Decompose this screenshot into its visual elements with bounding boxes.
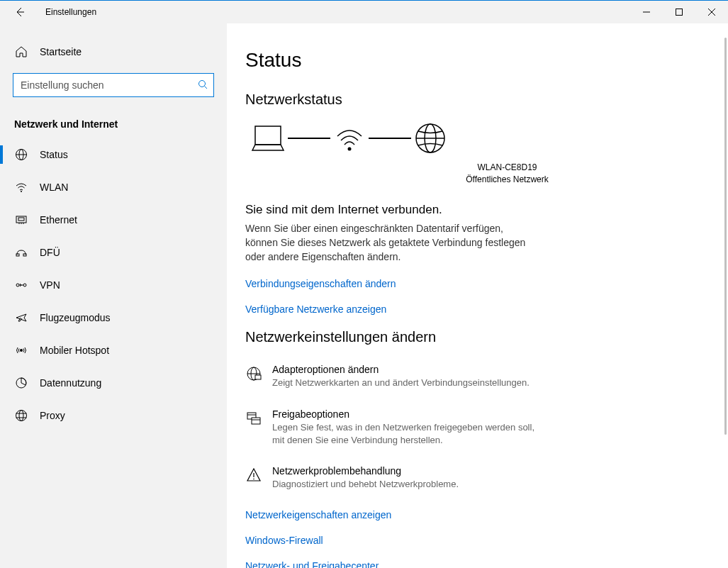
svg-point-5 xyxy=(199,80,206,87)
wifi-diagram-icon xyxy=(333,123,366,153)
vpn-icon xyxy=(14,278,28,292)
search-box[interactable] xyxy=(13,73,214,97)
minimize-button[interactable] xyxy=(630,1,663,23)
svg-point-23 xyxy=(16,411,27,421)
datausage-icon xyxy=(14,376,28,390)
svg-point-21 xyxy=(20,349,23,352)
svg-line-6 xyxy=(205,86,208,89)
svg-rect-35 xyxy=(255,375,261,379)
nav-item-ethernet[interactable]: Ethernet xyxy=(0,204,227,236)
svg-point-24 xyxy=(19,411,23,421)
nav-item-airplane[interactable]: Flugzeugmodus xyxy=(0,301,227,334)
network-name: WLAN-CE8D19 xyxy=(315,162,700,174)
ethernet-icon xyxy=(14,213,28,227)
troubleshoot-icon xyxy=(245,467,262,484)
nav-item-hotspot[interactable]: Mobiler Hotspot xyxy=(0,334,227,367)
page-title: Status xyxy=(245,49,700,72)
svg-rect-27 xyxy=(255,126,281,145)
option-desc: Diagnostiziert und behebt Netzwerkproble… xyxy=(272,478,459,491)
option-troubleshoot[interactable]: Netzwerkproblembehandlung Diagnostiziert… xyxy=(245,465,700,491)
nav-item-datausage[interactable]: Datennutzung xyxy=(0,367,227,399)
svg-point-41 xyxy=(253,479,254,480)
svg-point-18 xyxy=(16,284,19,286)
globe-diagram-icon xyxy=(414,122,447,155)
maximize-button[interactable] xyxy=(663,1,695,23)
nav-label: Proxy xyxy=(40,410,65,421)
nav-item-status[interactable]: Status xyxy=(0,138,227,171)
diagram-line xyxy=(288,138,330,139)
computer-icon xyxy=(251,123,285,153)
wifi-icon xyxy=(14,180,28,194)
nav-label: Mobiler Hotspot xyxy=(40,345,109,356)
nav-item-proxy[interactable]: Proxy xyxy=(0,399,227,432)
status-icon xyxy=(14,147,28,162)
sidebar-section-title: Netzwerk und Internet xyxy=(14,118,227,130)
back-button[interactable] xyxy=(11,4,28,21)
option-title: Freigabeoptionen xyxy=(272,408,549,420)
link-sharing-center[interactable]: Netzwerk- und Freigabecenter xyxy=(245,560,700,568)
nav-item-dfu[interactable]: DFÜ xyxy=(0,236,227,269)
connected-body: Wenn Sie über einen eingeschränkten Date… xyxy=(245,221,529,264)
hotspot-icon xyxy=(14,343,28,357)
svg-point-10 xyxy=(21,191,22,192)
option-desc: Zeigt Netzwerkkarten an und ändert Verbi… xyxy=(272,377,530,389)
diagram-line xyxy=(369,138,411,139)
svg-rect-12 xyxy=(18,218,24,221)
link-windows-firewall[interactable]: Windows-Firewall xyxy=(245,535,700,546)
close-button[interactable] xyxy=(695,1,728,23)
svg-point-28 xyxy=(348,147,352,151)
connected-heading: Sie sind mit dem Internet verbunden. xyxy=(245,203,700,217)
change-settings-heading: Netzwerkeinstellungen ändern xyxy=(245,329,700,345)
svg-rect-11 xyxy=(16,216,26,223)
airplane-icon xyxy=(14,311,28,325)
proxy-icon xyxy=(14,408,28,423)
svg-rect-2 xyxy=(676,9,683,16)
search-icon xyxy=(198,79,208,91)
network-status-heading: Netzwerkstatus xyxy=(245,91,700,108)
nav-label: Flugzeugmodus xyxy=(40,312,111,323)
network-diagram-labels: WLAN-CE8D19 Öffentliches Netzwerk xyxy=(315,162,700,186)
dialup-icon xyxy=(14,245,28,260)
sharing-icon xyxy=(245,410,262,427)
nav-label: VPN xyxy=(40,279,60,291)
scrollbar[interactable] xyxy=(724,38,727,435)
svg-rect-37 xyxy=(252,418,260,424)
option-title: Adapteroptionen ändern xyxy=(272,364,530,375)
nav-label: WLAN xyxy=(40,182,68,193)
svg-rect-17 xyxy=(23,254,26,256)
link-network-properties[interactable]: Netzwerkeigenschaften anzeigen xyxy=(245,509,700,520)
link-change-properties[interactable]: Verbindungseigenschaften ändern xyxy=(245,278,700,289)
titlebar: Einstellungen xyxy=(0,1,728,23)
search-input[interactable] xyxy=(21,79,198,91)
nav-item-vpn[interactable]: VPN xyxy=(0,269,227,301)
nav-item-wlan[interactable]: WLAN xyxy=(0,171,227,204)
option-desc: Legen Sie fest, was in den Netzwerken fr… xyxy=(272,421,549,447)
network-diagram xyxy=(251,122,700,155)
nav-label: Status xyxy=(40,149,68,160)
window-title: Einstellungen xyxy=(45,7,96,17)
option-title: Netzwerkproblembehandlung xyxy=(272,465,459,477)
main-content: Status Netzwerkstatus WLAN-CE8D19 Öffent… xyxy=(227,23,728,568)
sidebar: Startseite Netzwerk und Internet Status … xyxy=(0,23,227,568)
home-button[interactable]: Startseite xyxy=(0,38,227,69)
option-sharing[interactable]: Freigabeoptionen Legen Sie fest, was in … xyxy=(245,408,700,447)
home-label: Startseite xyxy=(40,46,82,57)
adapter-icon xyxy=(245,365,262,382)
option-adapter[interactable]: Adapteroptionen ändern Zeigt Netzwerkkar… xyxy=(245,364,700,389)
nav-label: Datennutzung xyxy=(40,377,101,389)
svg-point-19 xyxy=(23,284,26,286)
link-available-networks[interactable]: Verfügbare Netzwerke anzeigen xyxy=(245,304,700,315)
window-controls xyxy=(630,1,728,23)
svg-rect-16 xyxy=(16,254,19,256)
network-type: Öffentliches Netzwerk xyxy=(315,174,700,186)
nav-label: DFÜ xyxy=(40,247,60,258)
home-icon xyxy=(14,45,28,59)
nav-label: Ethernet xyxy=(40,214,77,225)
